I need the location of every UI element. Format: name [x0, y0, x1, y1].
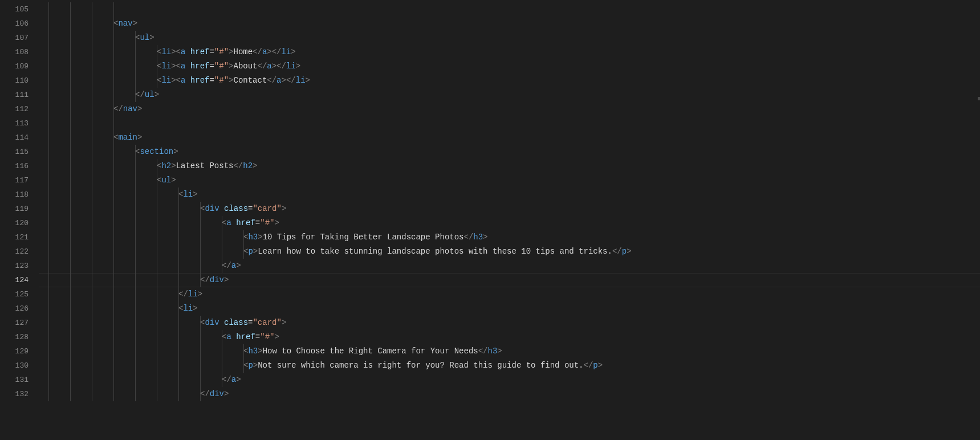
code-line[interactable]: <li>: [39, 188, 980, 202]
code-line[interactable]: </ul>: [39, 88, 980, 102]
code-line-content: <p>Learn how to take stunning landscape …: [39, 247, 632, 256]
line-number[interactable]: 111: [0, 88, 39, 102]
token-tag-bracket: >: [274, 218, 279, 227]
line-number[interactable]: 132: [0, 387, 39, 401]
token-tag-bracket: >: [282, 204, 286, 213]
line-number[interactable]: 129: [0, 344, 39, 358]
line-number[interactable]: 115: [0, 145, 39, 159]
code-line-content: <a href="#">: [39, 332, 279, 341]
token-text: Latest Posts: [176, 161, 234, 170]
token-tag-bracket: >: [274, 332, 279, 341]
code-line[interactable]: [39, 116, 980, 131]
line-number[interactable]: 106: [0, 17, 39, 31]
line-number[interactable]: 126: [0, 302, 39, 316]
code-line[interactable]: <li>: [39, 302, 980, 316]
code-line-content: <li>: [39, 304, 198, 313]
line-number[interactable]: 131: [0, 373, 39, 387]
line-number[interactable]: 108: [0, 45, 39, 59]
line-number-gutter[interactable]: 1051061071081091101111121131141151161171…: [0, 0, 39, 440]
token-tag-bracket: ></: [282, 76, 296, 85]
token-tag-bracket: >: [236, 261, 241, 270]
line-number[interactable]: 123: [0, 259, 39, 273]
code-line[interactable]: [39, 2, 980, 17]
code-line[interactable]: <h3>10 Tips for Taking Better Landscape …: [39, 230, 980, 245]
token-tag-bracket: >: [258, 233, 262, 242]
code-line[interactable]: <li><a href="#">About</a></li>: [39, 59, 980, 74]
line-number[interactable]: 113: [0, 116, 39, 131]
line-number[interactable]: 105: [0, 2, 39, 17]
code-line-content: <p>Not sure which camera is right for yo…: [39, 361, 603, 370]
line-number[interactable]: 125: [0, 287, 39, 302]
line-number[interactable]: 122: [0, 245, 39, 259]
code-line[interactable]: </div>: [39, 387, 980, 401]
line-number[interactable]: 119: [0, 202, 39, 216]
token-tag-bracket: </: [258, 62, 267, 71]
token-tag-bracket: </: [478, 347, 488, 356]
line-number[interactable]: 121: [0, 230, 39, 245]
line-number[interactable]: 118: [0, 188, 39, 202]
code-line[interactable]: <div class="card">: [39, 316, 980, 330]
token-tag-bracket: >: [224, 389, 229, 398]
token-tag-bracket: >: [253, 247, 258, 256]
token-tag-bracket: ><: [171, 47, 181, 56]
code-line[interactable]: <ul>: [39, 173, 980, 188]
code-line[interactable]: <li><a href="#">Contact</a></li>: [39, 74, 980, 88]
code-line[interactable]: <h3>How to Choose the Right Camera for Y…: [39, 344, 980, 358]
token-text: 10 Tips for Taking Better Landscape Phot…: [263, 233, 464, 242]
code-line-content: </a>: [39, 375, 241, 384]
line-number[interactable]: 116: [0, 159, 39, 173]
token-tag-bracket: >: [282, 318, 286, 327]
vertical-scrollbar[interactable]: [972, 0, 980, 440]
token-tag-bracket: >: [224, 275, 229, 284]
line-number[interactable]: 114: [0, 131, 39, 145]
token-attr-value: "card": [253, 318, 281, 327]
code-editor[interactable]: 1051061071081091101111121131141151161171…: [0, 0, 980, 440]
code-line-content: <h3>10 Tips for Taking Better Landscape …: [39, 233, 488, 242]
line-number[interactable]: 128: [0, 330, 39, 344]
line-number[interactable]: 109: [0, 59, 39, 74]
line-number[interactable]: 130: [0, 358, 39, 373]
token-tag-name: a: [276, 76, 281, 85]
line-number[interactable]: 124: [0, 273, 39, 287]
line-number[interactable]: 112: [0, 102, 39, 116]
code-line[interactable]: </div>: [39, 273, 980, 287]
code-line[interactable]: <section>: [39, 145, 980, 159]
code-line[interactable]: <a href="#">: [39, 216, 980, 230]
code-line[interactable]: </a>: [39, 373, 980, 387]
code-line-content: <li><a href="#">Contact</a></li>: [39, 76, 310, 85]
token-attr-name: href: [190, 62, 210, 71]
token-tag-name: li: [286, 62, 296, 71]
code-line[interactable]: <ul>: [39, 31, 980, 45]
token-attr-name: href: [190, 76, 210, 85]
code-line[interactable]: <p>Not sure which camera is right for yo…: [39, 358, 980, 373]
token-text: [185, 76, 190, 85]
token-tag-name: div: [210, 275, 224, 284]
token-tag-bracket: </: [135, 90, 145, 99]
code-line[interactable]: <main>: [39, 131, 980, 145]
code-line-content: </div>: [39, 275, 229, 284]
token-attr-value: "#": [214, 76, 229, 85]
token-attr-eq: =: [209, 62, 214, 71]
token-tag-bracket: </: [463, 233, 473, 242]
code-line[interactable]: <div class="card">: [39, 202, 980, 216]
token-tag-name: h3: [248, 347, 258, 356]
line-number[interactable]: 117: [0, 173, 39, 188]
code-line[interactable]: <nav>: [39, 17, 980, 31]
code-line[interactable]: </li>: [39, 287, 980, 302]
line-number[interactable]: 107: [0, 31, 39, 45]
code-line[interactable]: <h2>Latest Posts</h2>: [39, 159, 980, 173]
code-line[interactable]: </nav>: [39, 102, 980, 116]
line-number[interactable]: 110: [0, 74, 39, 88]
line-number[interactable]: 127: [0, 316, 39, 330]
code-line-content: <li><a href="#">About</a></li>: [39, 62, 300, 71]
code-area[interactable]: <nav><ul><li><a href="#">Home</a></li><l…: [39, 0, 980, 440]
token-tag-bracket: </: [253, 47, 262, 56]
code-line[interactable]: </a>: [39, 259, 980, 273]
token-tag-name: main: [118, 133, 137, 142]
code-line[interactable]: <p>Learn how to take stunning landscape …: [39, 245, 980, 259]
code-line[interactable]: <a href="#">: [39, 330, 980, 344]
token-attr-name: href: [190, 47, 210, 56]
code-line[interactable]: <li><a href="#">Home</a></li>: [39, 45, 980, 59]
token-text: [231, 218, 236, 227]
line-number[interactable]: 120: [0, 216, 39, 230]
